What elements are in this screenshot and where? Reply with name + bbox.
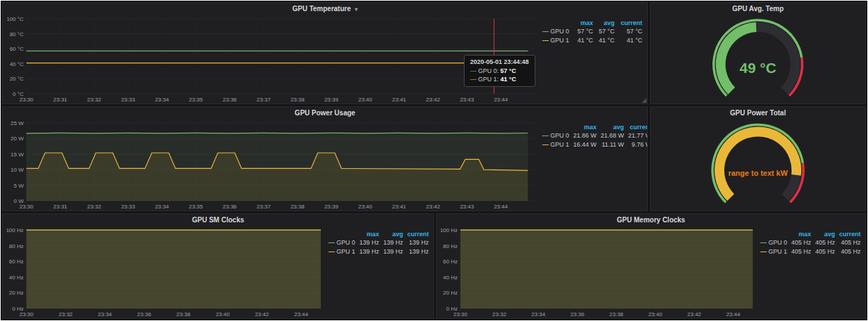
legend-value: 405 Hz xyxy=(813,238,837,247)
legend-header[interactable]: avg xyxy=(381,230,406,238)
legend-header[interactable]: current xyxy=(837,230,863,238)
svg-text:23:42: 23:42 xyxy=(426,204,441,210)
series-color-icon: — xyxy=(542,37,549,44)
gpu-sm-clocks-chart[interactable]: 0 Hz20 Hz40 Hz60 Hz80 Hz100 Hz23:3023:32… xyxy=(3,226,326,318)
svg-text:23:38: 23:38 xyxy=(610,311,624,318)
legend-table: maxavgcurrent— GPU 021.86 W21.68 W21.77 … xyxy=(540,123,647,149)
series-color-icon: — xyxy=(542,132,549,139)
gpu-temperature-chart[interactable]: 0 °C20 °C40 °C60 °C80 °C100 °C23:3023:31… xyxy=(3,15,540,104)
panel-gpu-sm-clocks: GPU SM Clocks 0 Hz20 Hz40 Hz60 Hz80 Hz10… xyxy=(2,213,434,319)
panel-title-text: GPU Temperature xyxy=(292,5,351,13)
svg-text:23:40: 23:40 xyxy=(358,97,373,103)
svg-text:23:39: 23:39 xyxy=(324,97,339,103)
series-color-icon: — xyxy=(542,141,549,148)
svg-text:40 Hz: 40 Hz xyxy=(9,274,24,281)
legend-series-name[interactable]: — GPU 0 xyxy=(758,238,790,247)
legend-header[interactable]: current xyxy=(406,230,431,238)
svg-text:23:32: 23:32 xyxy=(87,204,102,210)
panel-title-text: GPU Memory Clocks xyxy=(617,216,685,224)
legend-header[interactable]: max xyxy=(574,19,595,27)
svg-text:23:33: 23:33 xyxy=(121,204,135,210)
svg-text:23:43: 23:43 xyxy=(460,204,474,210)
legend-series-name[interactable]: — GPU 0 xyxy=(540,131,571,140)
svg-text:23:32: 23:32 xyxy=(59,311,74,318)
panel-title-gpu-power-total[interactable]: GPU Power Total xyxy=(651,107,865,119)
panel-resize-handle[interactable] xyxy=(642,98,646,103)
svg-text:23:40: 23:40 xyxy=(358,204,373,210)
svg-text:23:39: 23:39 xyxy=(324,204,339,210)
svg-text:23:38: 23:38 xyxy=(176,311,191,318)
svg-text:20 Hz: 20 Hz xyxy=(9,290,24,296)
panel-title-gpu-power-usage[interactable]: GPU Power Usage xyxy=(3,107,647,119)
legend-row: — GPU 116.44 W11.11 W9.76 W xyxy=(540,140,647,149)
legend-row: — GPU 021.86 W21.68 W21.77 W xyxy=(540,131,647,140)
legend-header[interactable]: current xyxy=(626,123,647,131)
panel-title-gpu-avg-temp[interactable]: GPU Avg. Temp xyxy=(651,3,865,15)
legend-gpu-temperature: maxavgcurrent— GPU 057 °C57 °C57 °C— GPU… xyxy=(540,15,647,104)
svg-text:23:32: 23:32 xyxy=(87,97,102,103)
legend-header[interactable]: max xyxy=(571,123,599,131)
svg-text:23:36: 23:36 xyxy=(570,311,585,318)
gpu-power-usage-chart[interactable]: 0 W5 W10 W15 W20 W25 W23:3023:3123:3223:… xyxy=(3,119,540,211)
tooltip-series-row: — GPU 1: 41 °C xyxy=(470,75,529,83)
svg-text:23:36: 23:36 xyxy=(223,97,237,103)
legend-series-name[interactable]: — GPU 1 xyxy=(326,247,358,256)
svg-text:23:34: 23:34 xyxy=(98,311,112,318)
panel-title-gpu-sm-clocks[interactable]: GPU SM Clocks xyxy=(3,214,433,226)
legend-value: 405 Hz xyxy=(790,238,814,247)
panel-gpu-power-total: GPU Power Total range to text kW xyxy=(650,106,866,211)
svg-text:23:44: 23:44 xyxy=(494,204,508,210)
legend-series-name[interactable]: — GPU 1 xyxy=(540,36,574,45)
svg-text:100 Hz: 100 Hz xyxy=(6,227,24,233)
svg-text:23:44: 23:44 xyxy=(494,97,508,103)
series-color-icon: — xyxy=(542,28,549,35)
panel-title-gpu-temperature[interactable]: GPU Temperature ▾ xyxy=(3,3,647,15)
legend-value: 21.77 W xyxy=(626,131,647,140)
legend-header[interactable]: max xyxy=(790,230,814,238)
panel-gpu-temperature: GPU Temperature ▾ 0 °C20 °C40 °C60 °C80 … xyxy=(2,2,648,104)
svg-text:23:41: 23:41 xyxy=(392,204,407,210)
legend-header[interactable]: current xyxy=(617,19,644,27)
svg-text:23:30: 23:30 xyxy=(19,204,34,210)
svg-text:23:33: 23:33 xyxy=(121,97,135,103)
legend-header[interactable]: avg xyxy=(595,19,617,27)
svg-text:100 Hz: 100 Hz xyxy=(440,227,458,233)
legend-series-name[interactable]: — GPU 0 xyxy=(540,27,574,36)
legend-value: 57 °C xyxy=(617,27,644,36)
legend-series-name[interactable]: — GPU 1 xyxy=(758,247,790,256)
svg-text:23:42: 23:42 xyxy=(687,311,702,318)
gpu-memory-clocks-chart[interactable]: 0 Hz20 Hz40 Hz60 Hz80 Hz100 Hz23:3023:32… xyxy=(437,226,758,318)
legend-value: 139 Hz xyxy=(406,238,431,247)
panel-title-gpu-memory-clocks[interactable]: GPU Memory Clocks xyxy=(437,214,865,226)
svg-text:5 W: 5 W xyxy=(14,183,24,189)
svg-text:23:30: 23:30 xyxy=(19,97,34,103)
svg-text:100 °C: 100 °C xyxy=(6,16,24,22)
legend-series-name[interactable]: — GPU 0 xyxy=(326,238,358,247)
legend-table: maxavgcurrent— GPU 0139 Hz139 Hz139 Hz— … xyxy=(326,230,431,256)
legend-row: — GPU 141 °C41 °C41 °C xyxy=(540,36,644,45)
legend-header[interactable]: avg xyxy=(599,123,626,131)
legend-value: 57 °C xyxy=(574,27,595,36)
legend-value: 405 Hz xyxy=(837,247,863,256)
svg-text:60 Hz: 60 Hz xyxy=(443,258,458,265)
legend-row: — GPU 1139 Hz139 Hz139 Hz xyxy=(326,247,431,256)
svg-text:40 Hz: 40 Hz xyxy=(443,274,458,281)
legend-header[interactable]: avg xyxy=(813,230,837,238)
svg-text:23:35: 23:35 xyxy=(189,97,203,103)
svg-text:23:35: 23:35 xyxy=(189,204,203,210)
legend-value: 139 Hz xyxy=(381,247,406,256)
svg-text:23:38: 23:38 xyxy=(290,204,305,210)
svg-text:23:31: 23:31 xyxy=(53,204,68,210)
svg-text:20 Hz: 20 Hz xyxy=(443,290,458,296)
svg-text:80 Hz: 80 Hz xyxy=(9,243,24,249)
legend-table: maxavgcurrent— GPU 057 °C57 °C57 °C— GPU… xyxy=(540,19,644,45)
svg-text:23:36: 23:36 xyxy=(137,311,152,318)
legend-header[interactable]: max xyxy=(358,230,382,238)
svg-text:23:30: 23:30 xyxy=(19,311,34,318)
legend-series-name[interactable]: — GPU 1 xyxy=(540,140,571,149)
series-color-icon: — xyxy=(470,76,476,83)
svg-text:23:32: 23:32 xyxy=(492,311,507,318)
tooltip-series-value: 41 °C xyxy=(501,76,517,83)
series-color-icon: — xyxy=(328,248,335,255)
svg-text:80 Hz: 80 Hz xyxy=(443,243,458,249)
